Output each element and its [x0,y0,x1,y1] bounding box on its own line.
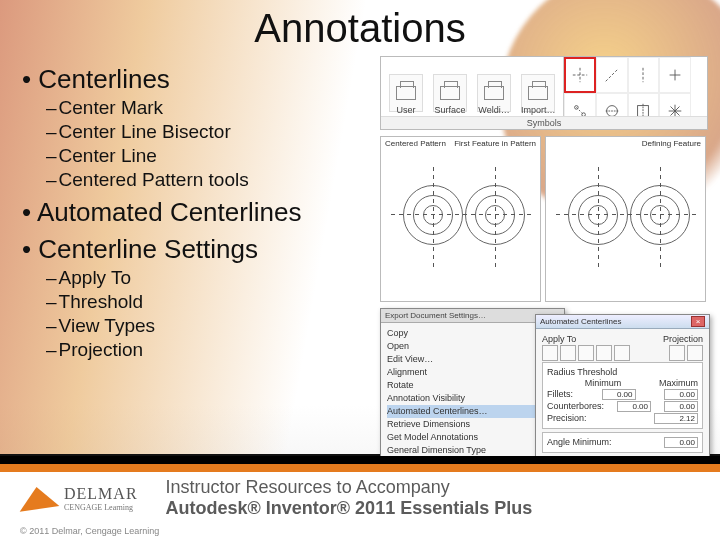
caption-first-feature: First Feature in Pattern [454,139,536,148]
projection-label: Projection [663,334,703,344]
ribbon-label-welding: Weldi… [477,105,511,115]
sub-threshold: Threshold [46,291,372,313]
menu-item-label: Rotate [387,380,414,390]
bullet-centerlines: Centerlines [22,64,372,95]
precision-field[interactable]: 2.12 [654,413,698,424]
projection-option-1[interactable] [669,345,685,361]
menu-item-automated-centerlines[interactable]: Automated Centerlines… [387,405,558,418]
counterbores-min-field[interactable]: 0.00 [617,401,651,412]
slide-title: Annotations [0,6,720,51]
automated-centerlines-dialog: Automated Centerlines × Apply To Project… [535,314,710,464]
ribbon-label-import: Import… [521,105,556,115]
min-header: Minimum [585,378,622,388]
sub-centered-pattern: Centered Pattern tools [46,169,372,191]
footer-line2: Autodesk® Inventor® 2011 Essentials Plus [166,498,533,519]
ribbon-label-user: User [389,105,423,115]
sub-view-types: View Types [46,315,372,337]
menu-item-label: Edit View… [387,354,433,364]
menu-item-open[interactable]: Open [387,340,558,353]
threshold-label: Radius Threshold [547,367,617,377]
dialog-title-text: Automated Centerlines [540,317,621,326]
fillets-min-field[interactable]: 0.00 [602,389,636,400]
counterbores-label: Counterbores: [547,401,604,412]
footer-accent-orange [0,464,720,472]
ribbon-button-labels: User Surface Weldi… Import… [389,105,556,115]
sub-center-mark: Center Mark [46,97,372,119]
menu-item-get-model-annotations[interactable]: Get Model Annotations▸ [387,431,558,444]
menu-item-alignment[interactable]: Alignment▸ [387,366,558,379]
symbol-icon [484,86,504,100]
dialog-titlebar: Automated Centerlines × [536,315,709,329]
drawing-defining-feature: Defining Feature [545,136,706,302]
delmar-subbrand: CENGAGE Learning [64,503,138,512]
apply-to-icons [542,345,630,361]
sub-center-line-bisector: Center Line Bisector [46,121,372,143]
bullet-content: Centerlines Center Mark Center Line Bise… [22,58,372,363]
sub-projection: Projection [46,339,372,361]
menu-item-label: Copy [387,328,408,338]
ribbon-symbols-panel: User Surface Weldi… Import… Symbols [380,56,708,130]
arc-min-label: Angle Minimum: [547,437,612,448]
footer-accent-black [0,456,720,464]
counterbores-max-field[interactable]: 0.00 [664,401,698,412]
bullet-centerline-settings: Centerline Settings [22,234,372,265]
caption-defining-feature: Defining Feature [642,139,701,148]
projection-option-2[interactable] [687,345,703,361]
copyright-text: © 2011 Delmar, Cengage Learning [20,526,159,536]
arc-min-field[interactable]: 0.00 [664,437,698,448]
menu-item-label: Open [387,341,409,351]
menu-item-label: Get Model Annotations [387,432,478,442]
illustration-panels: User Surface Weldi… Import… Symbols Cent… [380,56,710,468]
apply-to-label: Apply To [542,334,576,344]
delmar-logo: DELMAR CENGAGE Learning [18,485,138,512]
menu-item-rotate[interactable]: Rotate [387,379,558,392]
menu-item-label: Alignment [387,367,427,377]
dialog-screenshots: Export Document Settings… Copy Open Edit… [380,308,710,468]
menu-item-label: Annotation Visibility [387,393,465,403]
drawing-examples: Centered Pattern First Feature in Patter… [380,136,710,302]
svg-line-8 [576,107,583,114]
footer-line1: Instructor Resources to Accompany [166,477,533,498]
menu-item-label: General Dimension Type [387,445,486,455]
symbol-icon [396,86,416,100]
max-header: Maximum [659,378,698,388]
symbol-icon [528,86,548,100]
menu-item-label: Automated Centerlines… [387,406,488,416]
drawing-centered-pattern: Centered Pattern First Feature in Patter… [380,136,541,302]
symbol-icon [440,86,460,100]
fillets-max-field[interactable]: 0.00 [664,389,698,400]
sub-apply-to: Apply To [46,267,372,289]
menu-item-annotation-visibility[interactable]: Annotation Visibility [387,392,558,405]
bullet-automated-centerlines: Automated Centerlines [22,197,372,228]
menu-item-edit-view[interactable]: Edit View… [387,353,558,366]
centerline-tool-2[interactable] [596,57,628,93]
radius-threshold-section: Radius Threshold Minimum Maximum Fillets… [542,362,703,429]
projection-icons [669,345,703,361]
centerline-tool-4[interactable] [659,57,691,93]
ribbon-panel-caption: Symbols [381,116,707,129]
apply-to-option-5[interactable] [614,345,630,361]
apply-to-option-4[interactable] [596,345,612,361]
precision-label: Precision: [547,413,587,424]
close-button[interactable]: × [691,316,705,327]
centerline-tool-1[interactable] [564,57,596,93]
delmar-brand: DELMAR [64,485,138,503]
centerline-tool-3[interactable] [628,57,660,93]
menu-item-retrieve-dimensions[interactable]: Retrieve Dimensions [387,418,558,431]
apply-to-option-3[interactable] [578,345,594,361]
fillets-label: Fillets: [547,389,573,400]
svg-line-2 [605,69,618,82]
delmar-triangle-icon [17,484,60,511]
arc-threshold-section: Angle Minimum: 0.00 [542,432,703,453]
apply-to-option-1[interactable] [542,345,558,361]
slide-footer: DELMAR CENGAGE Learning Instructor Resou… [0,456,720,540]
apply-to-option-2[interactable] [560,345,576,361]
sub-center-line: Center Line [46,145,372,167]
ribbon-label-surface: Surface [433,105,467,115]
menu-item-label: Retrieve Dimensions [387,419,470,429]
caption-centered-pattern: Centered Pattern [385,139,446,148]
menu-item-copy[interactable]: Copy [387,327,558,340]
